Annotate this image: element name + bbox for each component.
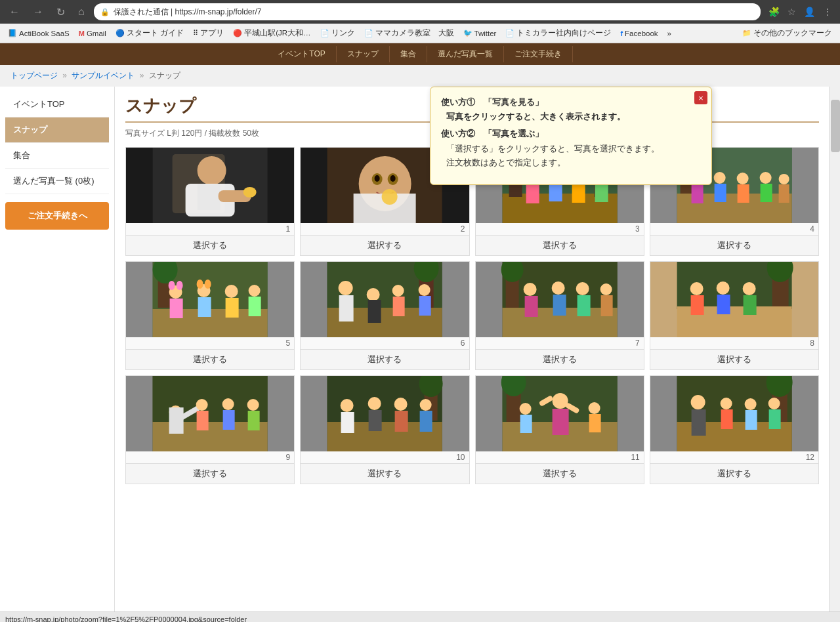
photo-image-1[interactable] (126, 148, 294, 223)
photo-select-btn-7[interactable]: 選択する (476, 349, 644, 369)
bookmark-label: リンク (331, 28, 355, 38)
bookmark-actibook[interactable]: 📘 ActiBook SaaS (4, 28, 74, 39)
sidebar-item-snap[interactable]: スナップ (5, 117, 109, 143)
bookmark-gmail[interactable]: M Gmail (75, 28, 110, 39)
photo-image-6[interactable] (301, 262, 469, 337)
bookmark-label: ママカメラ教室 大阪 (375, 28, 454, 38)
photo-select-btn-9[interactable]: 選択する (126, 463, 294, 484)
photo-image-9[interactable] (126, 376, 294, 451)
photo-card-5: 5 選択する (125, 261, 295, 370)
photo-card-6: 6 選択する (300, 261, 469, 370)
svg-point-147 (744, 398, 756, 410)
svg-point-85 (576, 282, 589, 295)
svg-point-53 (169, 281, 175, 290)
back-button[interactable]: ← (5, 5, 24, 19)
scrollbar-track[interactable] (830, 87, 840, 612)
svg-point-68 (339, 281, 353, 295)
svg-point-117 (341, 399, 354, 412)
sidebar-item-event-top[interactable]: イベントTOP (5, 92, 109, 117)
bookmark-link[interactable]: 📄 リンク (316, 27, 359, 39)
photo-card-11: 11 選択する (475, 375, 644, 484)
photo-select-btn-3[interactable]: 選択する (476, 235, 644, 255)
photo-num-5: 5 (126, 337, 294, 349)
bookmark-tomicara[interactable]: 📄 トミカラー社内向けページ (501, 27, 615, 39)
photo-select-btn-12[interactable]: 選択する (650, 463, 818, 484)
photo-num-7: 7 (476, 337, 644, 349)
bookmark-mamacamera[interactable]: 📄 ママカメラ教室 大阪 (360, 27, 458, 39)
photo-image-10[interactable] (301, 376, 469, 451)
photo-select-btn-4[interactable]: 選択する (650, 235, 818, 255)
breadcrumb-current: スナップ (149, 71, 180, 80)
breadcrumb-event[interactable]: サンプルイベント (72, 71, 135, 80)
bookmarks-bar: 📘 ActiBook SaaS M Gmail 🔵 スタート ガイド ⠿ アプリ… (0, 24, 840, 43)
svg-point-6 (243, 187, 257, 197)
svg-point-81 (523, 283, 536, 296)
account-icon[interactable]: 👤 (801, 5, 818, 18)
photo-select-btn-8[interactable]: 選択する (650, 349, 818, 369)
extensions-icon[interactable]: 🧩 (766, 5, 782, 18)
status-bar: https://m-snap.jp/photo/zoom?file=1%2F5%… (0, 612, 840, 622)
tooltip-section-1: 使い方① 「写真を見る」 写真をクリックすると、大きく表示されます。 (441, 96, 701, 123)
forward-button[interactable]: → (29, 5, 47, 19)
site-nav-item-3[interactable]: 集合 (390, 46, 427, 62)
tooltip-close-button[interactable]: × (694, 91, 707, 104)
photo-select-btn-2[interactable]: 選択する (301, 235, 469, 255)
svg-rect-56 (198, 297, 211, 317)
photo-image-7[interactable] (476, 262, 644, 337)
svg-point-54 (177, 281, 183, 290)
photo-select-btn-1[interactable]: 選択する (126, 235, 294, 255)
sidebar-item-shugo[interactable]: 集合 (5, 143, 109, 169)
bookmark-facebook[interactable]: f Facebook (616, 28, 662, 39)
photo-num-3: 3 (476, 223, 644, 235)
photo-image-11[interactable] (476, 376, 644, 451)
guide-icon: 🔵 (116, 29, 125, 37)
scrollbar-thumb[interactable] (831, 100, 840, 152)
photo-card-9: 9 選択する (125, 375, 295, 484)
photo-image-5[interactable] (126, 262, 294, 337)
photo-select-btn-5[interactable]: 選択する (126, 349, 294, 369)
bookmark-guide[interactable]: 🔵 スタート ガイド (112, 27, 188, 39)
svg-rect-24 (526, 184, 539, 203)
svg-rect-30 (595, 182, 608, 202)
sidebar-item-selected[interactable]: 選んだ写真一覧 (0枚) (5, 169, 109, 194)
photo-card-7: 7 選択する (475, 261, 644, 370)
bookmark-twitter[interactable]: 🐦 Twitter (459, 28, 501, 39)
svg-rect-148 (745, 410, 757, 430)
photo-num-6: 6 (301, 337, 469, 349)
svg-point-130 (552, 393, 568, 409)
sidebar-order-button[interactable]: ご注文手続きへ (5, 202, 109, 230)
site-nav-item-5[interactable]: ご注文手続き (504, 46, 573, 62)
bookmark-label: Twitter (474, 30, 497, 37)
photo-card-8: 8 選択する (650, 261, 819, 370)
site-nav-item-2[interactable]: スナップ (337, 46, 390, 62)
site-nav-item-4[interactable]: 選んだ写真一覧 (427, 46, 504, 62)
photo-num-10: 10 (301, 451, 469, 463)
url-bar[interactable]: 🔒 保護された通信 | https://m-snap.jp/folder/7 (94, 3, 761, 20)
photo-card-1: 1 選択する (125, 147, 295, 256)
site-nav-item-1[interactable]: イベントTOP (267, 46, 336, 62)
breadcrumb-top[interactable]: トップページ (10, 71, 58, 80)
bookmark-more[interactable]: » (663, 28, 675, 39)
svg-rect-73 (393, 297, 405, 316)
bookmark-star-icon[interactable]: ☆ (785, 5, 799, 18)
reload-button[interactable]: ↻ (52, 5, 69, 20)
gmail-icon: M (79, 30, 85, 37)
svg-rect-75 (419, 296, 431, 316)
svg-point-44 (778, 174, 789, 184)
photo-image-12[interactable] (650, 376, 818, 451)
svg-rect-41 (737, 184, 749, 203)
bookmark-apps[interactable]: ⠿ アプリ (189, 27, 228, 39)
photo-select-btn-6[interactable]: 選択する (301, 349, 469, 369)
tooltip-heading-2: 使い方② 「写真を選ぶ」 (441, 128, 701, 140)
tooltip-text-2: 「選択する」をクリックすると、写真を選択できます。注文枚数はあとで指定します。 (446, 142, 701, 170)
bookmark-other[interactable]: 📁 その他のブックマーク (738, 27, 836, 39)
photo-select-btn-10[interactable]: 選択する (301, 463, 469, 484)
photo-select-btn-11[interactable]: 選択する (476, 463, 644, 484)
bookmark-label: 平城山駅(JR大和… (244, 28, 310, 38)
status-text: https://m-snap.jp/photo/zoom?file=1%2F5%… (5, 615, 247, 623)
bookmark-hiraseyama[interactable]: 🔴 平城山駅(JR大和… (229, 27, 314, 39)
menu-icon[interactable]: ⋮ (820, 5, 835, 18)
photo-image-8[interactable] (650, 262, 818, 337)
svg-point-38 (713, 172, 725, 184)
home-button[interactable]: ⌂ (74, 5, 89, 19)
